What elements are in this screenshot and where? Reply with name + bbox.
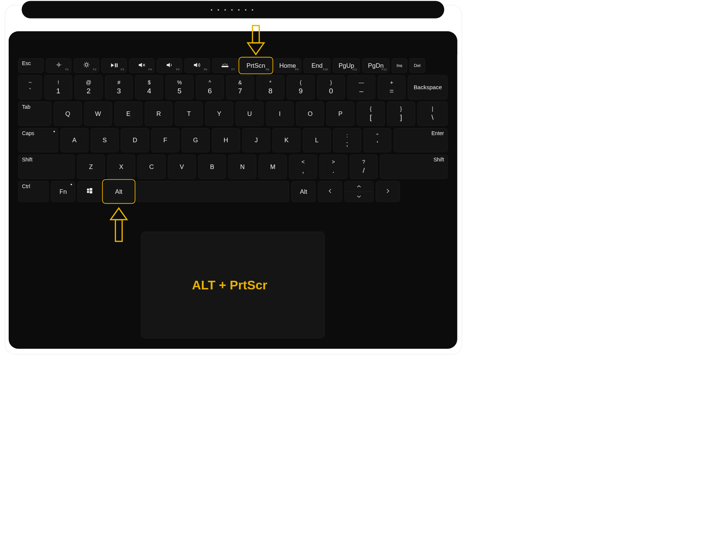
key-top-label: <: [302, 159, 305, 165]
key-fn[interactable]: Fn: [51, 181, 75, 202]
key-label: Alt: [300, 188, 307, 195]
key-top-label: }: [400, 107, 402, 112]
key-label: F: [163, 137, 167, 144]
key-/[interactable]: ?/: [350, 155, 378, 179]
key-c[interactable]: C: [138, 155, 166, 179]
key-`[interactable]: ~`: [18, 75, 42, 99]
key-shift[interactable]: Shift: [18, 155, 75, 179]
key-b[interactable]: B: [198, 155, 226, 179]
key-del[interactable]: Del: [410, 58, 425, 73]
key-top-label: |: [432, 107, 433, 112]
key-pgup[interactable]: PgUpF11: [333, 58, 360, 73]
chevron-right-icon: [386, 188, 390, 195]
key-bottom-label: ,: [302, 166, 304, 174]
key-esc[interactable]: Esc: [18, 58, 44, 73]
key-m[interactable]: M: [259, 155, 287, 179]
key-8[interactable]: *8: [256, 75, 284, 99]
key-0[interactable]: )0: [317, 75, 345, 99]
key-j[interactable]: J: [242, 128, 270, 152]
key-backspace[interactable]: Backspace: [408, 75, 448, 99]
key-w[interactable]: W: [84, 102, 112, 126]
key-2[interactable]: @2: [75, 75, 102, 99]
key-p[interactable]: P: [326, 102, 354, 126]
key-top-label: #: [117, 80, 120, 85]
key-e[interactable]: E: [114, 102, 142, 126]
key-=[interactable]: +=: [378, 75, 405, 99]
key-'[interactable]: "': [364, 128, 391, 152]
key-o[interactable]: O: [296, 102, 324, 126]
play-pause-key[interactable]: F3: [101, 58, 126, 73]
mute-icon: [138, 62, 145, 69]
key-,[interactable]: <,: [289, 155, 317, 179]
key-f[interactable]: F: [151, 128, 179, 152]
key-;[interactable]: :;: [333, 128, 361, 152]
svg-rect-33: [116, 220, 122, 242]
key-][interactable]: }]: [387, 102, 415, 126]
key-caps[interactable]: Caps: [18, 128, 58, 152]
key-5[interactable]: %5: [166, 75, 193, 99]
key-z[interactable]: Z: [77, 155, 105, 179]
key-q[interactable]: Q: [54, 102, 82, 126]
key-i[interactable]: I: [266, 102, 294, 126]
space-key[interactable]: [136, 181, 289, 202]
key-9[interactable]: (9: [287, 75, 315, 99]
key-\[interactable]: |\: [417, 102, 448, 126]
key-enter[interactable]: Enter: [394, 128, 448, 152]
chevron-up-icon[interactable]: [345, 181, 373, 192]
key-t[interactable]: T: [175, 102, 203, 126]
key-l[interactable]: L: [303, 128, 331, 152]
brightness-up-key[interactable]: F2: [74, 58, 99, 73]
chevron-right-key[interactable]: [376, 181, 400, 202]
key-.[interactable]: >.: [320, 155, 347, 179]
key-s[interactable]: S: [91, 128, 119, 152]
key-pgdn[interactable]: PgDnF12: [362, 58, 390, 73]
key-bottom-label: [: [370, 113, 372, 121]
key-v[interactable]: V: [168, 155, 196, 179]
mute-key[interactable]: F4: [129, 58, 154, 73]
volume-up-key[interactable]: F6: [184, 58, 210, 73]
key-x[interactable]: X: [107, 155, 135, 179]
key-bottom-label: 8: [268, 87, 273, 94]
svg-line-11: [88, 66, 88, 67]
key-u[interactable]: U: [236, 102, 263, 126]
key-tab[interactable]: Tab: [18, 102, 52, 126]
key-alt[interactable]: Alt: [291, 181, 315, 202]
chevron-left-key[interactable]: [318, 181, 342, 202]
key-r[interactable]: R: [145, 102, 172, 126]
key-k[interactable]: K: [273, 128, 300, 152]
key-end[interactable]: EndF10: [303, 58, 330, 73]
key-ins[interactable]: Ins: [392, 58, 407, 73]
key-n[interactable]: N: [228, 155, 256, 179]
key-h[interactable]: H: [212, 128, 240, 152]
key-top-label: :: [346, 133, 348, 138]
key-y[interactable]: Y: [205, 102, 233, 126]
arrow-up-down-key[interactable]: [344, 181, 373, 202]
key-label: PgDn: [368, 62, 384, 69]
keyboard-backlight-key[interactable]: F7: [212, 58, 238, 73]
key-home[interactable]: HomeF9: [274, 58, 301, 73]
key-7[interactable]: &7: [226, 75, 254, 99]
key-top-label: %: [177, 80, 182, 85]
volume-up-icon: [193, 62, 201, 69]
key-4[interactable]: $4: [135, 75, 163, 99]
key-g[interactable]: G: [182, 128, 210, 152]
key-d[interactable]: D: [121, 128, 149, 152]
key-[[interactable]: {[: [357, 102, 385, 126]
fn-sublabel: F10: [323, 68, 328, 71]
key-a[interactable]: A: [61, 128, 88, 152]
key-3[interactable]: #3: [105, 75, 133, 99]
key-label: K: [285, 137, 289, 144]
windows-logo-key[interactable]: [78, 181, 102, 202]
chevron-down-icon[interactable]: [345, 192, 373, 202]
volume-down-key[interactable]: F5: [157, 58, 182, 73]
key-–[interactable]: —–: [347, 75, 375, 99]
key-top-label: +: [390, 80, 393, 85]
key-label: Caps: [22, 130, 34, 137]
key-label: Esc: [22, 61, 30, 67]
key-6[interactable]: ^6: [196, 75, 224, 99]
brightness-down-key[interactable]: F1: [46, 58, 71, 73]
key-ctrl[interactable]: Ctrl: [18, 181, 49, 202]
key-shift[interactable]: Shift: [380, 155, 448, 179]
key-1[interactable]: !1: [44, 75, 72, 99]
highlight-prtscn: [239, 57, 273, 74]
